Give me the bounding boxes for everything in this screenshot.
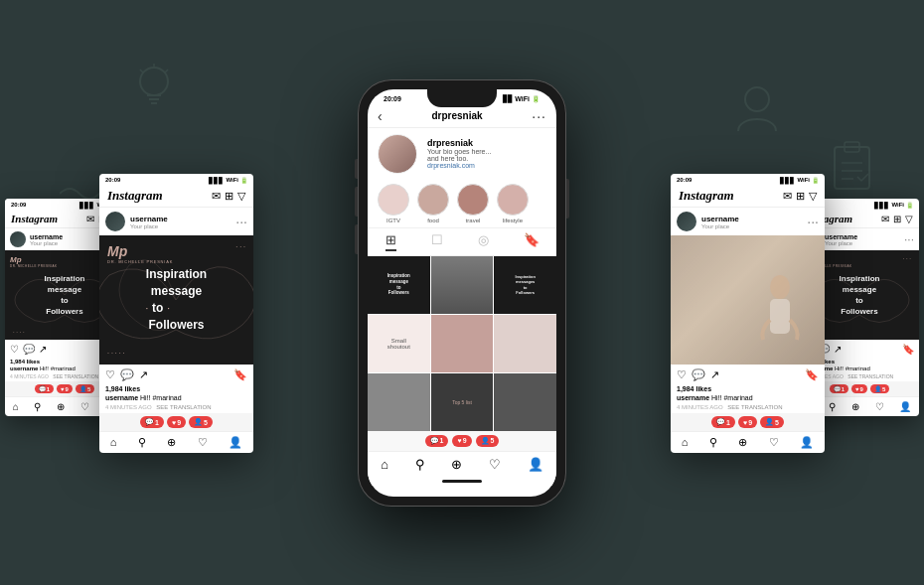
svg-point-0 [140, 68, 168, 95]
bg-icon-clipboard [830, 139, 874, 194]
bg-icon-lightbulb [129, 60, 179, 119]
place-far-left: Your place [30, 240, 63, 246]
svg-line-3 [140, 70, 143, 73]
svg-point-4 [745, 87, 769, 111]
post-card-left-large: 20:09 ▊▊▊WiFi🔋 Instagram ✉⊞▽ username Yo… [99, 174, 253, 453]
username-far-left: username [30, 233, 63, 240]
svg-rect-5 [835, 147, 869, 189]
bg-icon-person [730, 79, 785, 139]
svg-line-2 [165, 70, 168, 73]
post-card-right-large: 20:09 ▊▊▊WiFi🔋 Instagram ✉⊞▽ username Yo… [671, 174, 825, 453]
phone-mockup: 20:09 ▊▊WiFi🔋 ‹ drpresniak ··· drpresnia… [358, 79, 566, 507]
